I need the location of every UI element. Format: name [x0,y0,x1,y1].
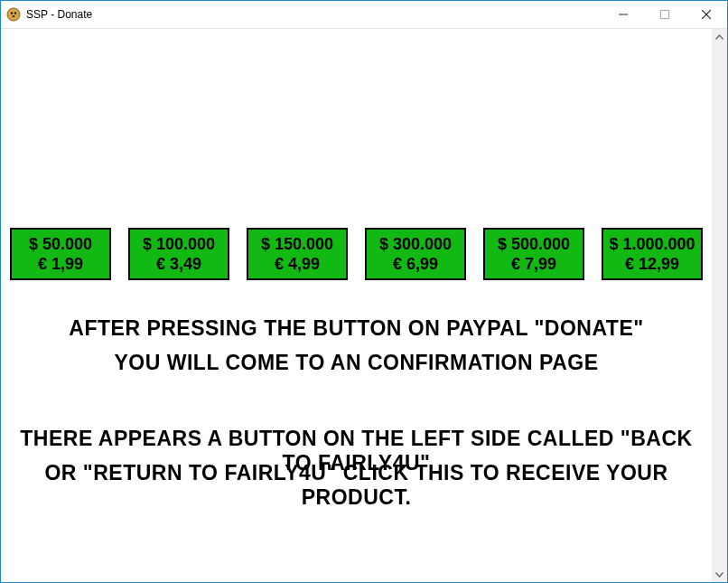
svg-point-0 [7,8,20,21]
titlebar: SSP - Donate [1,1,727,29]
tier-euro: € 1,99 [38,254,83,275]
donate-tier-2[interactable]: $ 100.000 € 3,49 [128,228,229,280]
svg-point-2 [14,12,16,14]
app-icon [6,7,21,22]
content-area: $ 50.000 € 1,99 $ 100.000 € 3,49 $ 150.0… [1,29,712,582]
donate-button-row: $ 50.000 € 1,99 $ 100.000 € 3,49 $ 150.0… [10,228,703,280]
donate-tier-1[interactable]: $ 50.000 € 1,99 [10,228,111,280]
donate-tier-6[interactable]: $ 1.000.000 € 12,99 [602,228,703,280]
svg-point-1 [11,12,13,14]
close-button[interactable] [686,1,727,28]
tier-dollar: $ 50.000 [29,234,92,255]
svg-point-3 [13,15,15,17]
info-line-2: you will come to an confirmation page [10,351,703,375]
tier-euro: € 3,49 [156,254,201,275]
tier-euro: € 12,99 [625,254,679,275]
minimize-button[interactable] [602,1,644,28]
tier-euro: € 4,99 [275,254,320,275]
window-controls [602,1,727,28]
scroll-up-icon[interactable] [712,29,727,44]
tier-dollar: $ 500.000 [498,234,570,255]
client-area: $ 50.000 € 1,99 $ 100.000 € 3,49 $ 150.0… [1,29,727,582]
donate-tier-5[interactable]: $ 500.000 € 7,99 [483,228,584,280]
info-line-4: or "Return to Fairly4u" click this to re… [10,461,703,510]
maximize-button[interactable] [644,1,686,28]
app-window: SSP - Donate $ 50.000 € 1,99 $ 100.000 [0,0,728,583]
svg-rect-5 [661,11,669,19]
tier-dollar: $ 150.000 [261,234,333,255]
tier-dollar: $ 100.000 [143,234,215,255]
donate-tier-4[interactable]: $ 300.000 € 6,99 [365,228,466,280]
scroll-down-icon[interactable] [712,567,727,582]
donate-tier-3[interactable]: $ 150.000 € 4,99 [247,228,348,280]
vertical-scrollbar[interactable] [712,29,727,582]
tier-dollar: $ 300.000 [379,234,452,255]
tier-euro: € 6,99 [393,254,438,275]
window-title: SSP - Donate [26,8,92,21]
tier-euro: € 7,99 [511,254,556,275]
info-line-1: After pressing the button on Paypal "Don… [10,316,703,341]
tier-dollar: $ 1.000.000 [609,234,695,255]
titlebar-left: SSP - Donate [1,7,92,22]
